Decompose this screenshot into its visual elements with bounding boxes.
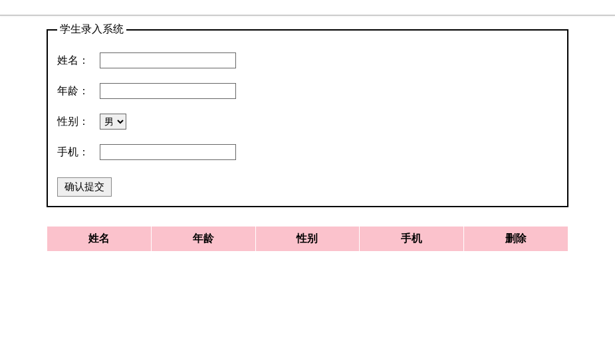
- phone-row: 手机：: [57, 144, 558, 160]
- submit-button[interactable]: 确认提交: [57, 177, 112, 197]
- header-phone: 手机: [360, 227, 464, 252]
- table-head: 姓名 年龄 性别 手机 删除: [47, 227, 568, 252]
- gender-label: 性别：: [57, 115, 100, 129]
- header-gender: 性别: [255, 227, 360, 252]
- header-name: 姓名: [47, 227, 152, 252]
- student-table: 姓名 年龄 性别 手机 删除: [47, 226, 568, 252]
- header-age: 年龄: [151, 227, 255, 252]
- phone-label: 手机：: [57, 145, 100, 159]
- age-label: 年龄：: [57, 84, 100, 98]
- gender-select[interactable]: 男: [100, 114, 126, 130]
- form-legend: 学生录入系统: [57, 23, 126, 37]
- name-row: 姓名：: [57, 52, 558, 68]
- table-header-row: 姓名 年龄 性别 手机 删除: [47, 227, 568, 252]
- age-row: 年龄：: [57, 83, 558, 99]
- top-bar: [0, 0, 615, 16]
- main-container: 学生录入系统 姓名： 年龄： 性别： 男 手机： 确认提交 姓名 年龄 性别: [0, 16, 615, 252]
- name-label: 姓名：: [57, 54, 100, 68]
- student-entry-form: 学生录入系统 姓名： 年龄： 性别： 男 手机： 确认提交: [47, 23, 568, 207]
- phone-input[interactable]: [100, 144, 236, 160]
- gender-row: 性别： 男: [57, 114, 558, 130]
- age-input[interactable]: [100, 83, 236, 99]
- name-input[interactable]: [100, 52, 236, 68]
- header-delete: 删除: [464, 227, 568, 252]
